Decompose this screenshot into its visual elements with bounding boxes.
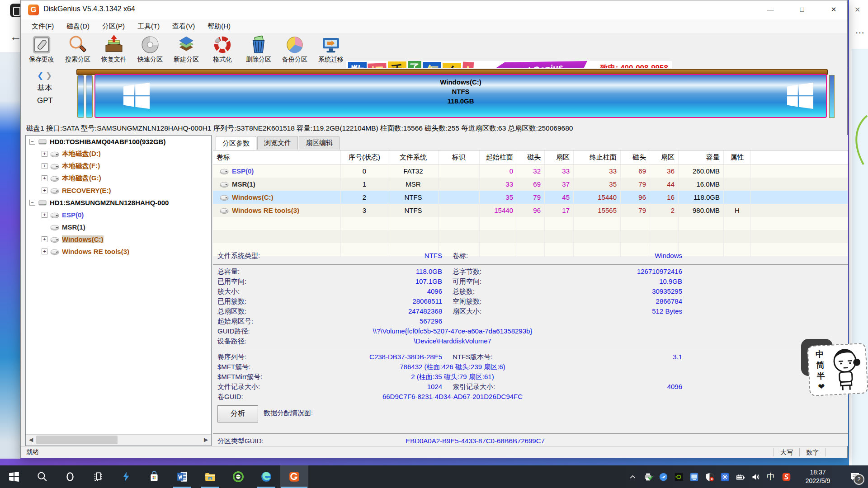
flash-app-button[interactable] (112, 465, 140, 488)
taskbar-clock[interactable]: 18:37 2022/5/9 (794, 465, 842, 488)
column-header[interactable]: 磁头 (517, 150, 545, 164)
collapse-icon[interactable]: − (29, 139, 35, 145)
explorer-button[interactable] (196, 465, 224, 488)
menu-item[interactable]: 查看(V) (166, 20, 201, 33)
tree-item[interactable]: +ESP(0) (26, 209, 211, 221)
tab-active[interactable]: 分区参数 (216, 136, 256, 150)
column-header[interactable]: 属性 (724, 150, 751, 164)
column-header[interactable]: 标识 (439, 150, 480, 164)
diskgenius-taskbar-button[interactable] (280, 465, 308, 488)
partition-bar-windows-selected[interactable]: Windows(C:) NTFS 118.0GB (94, 74, 827, 118)
column-header[interactable]: 磁头 (621, 150, 650, 164)
task-view-button[interactable] (84, 465, 112, 488)
column-header[interactable]: 终止柱面 (574, 150, 621, 164)
column-header[interactable]: 扇区 (545, 150, 574, 164)
ime-widget-card[interactable]: 中简半❤ (807, 343, 868, 397)
tab-inactive[interactable]: 浏览文件 (257, 136, 298, 150)
tray-snowflake-icon[interactable] (717, 465, 732, 488)
menu-item[interactable]: 磁盘(D) (60, 20, 96, 33)
backup-partition-button[interactable]: 备份分区 (277, 34, 313, 66)
detail-value: 10.9GB (529, 277, 682, 285)
table-row[interactable]: Windows(C:)2NTFS357945154409616118.0GB (213, 191, 848, 204)
minimize-button[interactable]: — (760, 0, 781, 19)
tree-item[interactable]: MSR(1) (26, 221, 211, 233)
tree-item[interactable]: +本地磁盘(F:) (26, 160, 211, 172)
quick-partition-button[interactable]: 快速分区 (132, 34, 168, 66)
notification-button[interactable]: 2 (842, 465, 868, 488)
browser-360-button[interactable] (224, 465, 252, 488)
tree-item[interactable]: +Windows RE tools(3) (26, 245, 211, 258)
tree-horizontal-scrollbar[interactable]: ◀ ▶ (26, 434, 211, 446)
background-more-icon[interactable]: ⋯ (855, 27, 865, 38)
table-row[interactable]: ESP(0)0FAT3203233336936260.0MB (213, 164, 848, 178)
table-row[interactable]: Windows RE tools(3)3NTFS1544096171556579… (213, 204, 848, 217)
menu-item[interactable]: 分区(P) (96, 20, 131, 33)
prev-disk-icon[interactable]: ❮ (37, 71, 43, 80)
search-button[interactable] (28, 465, 56, 488)
word-button[interactable] (168, 465, 196, 488)
scrollbar-thumb[interactable] (36, 436, 118, 444)
expand-icon[interactable]: + (42, 175, 47, 181)
tray-defender-icon[interactable] (702, 465, 717, 488)
tab-inactive[interactable]: 扇区编辑 (299, 136, 340, 150)
search-partition-button[interactable]: 搜索分区 (60, 34, 96, 66)
tree-item[interactable]: +RECOVERY(E:) (26, 184, 211, 197)
tree-item[interactable]: −HD1:SAMSUNGMZNLN128HAHQ-000 (26, 197, 211, 209)
expand-icon[interactable]: + (42, 249, 47, 254)
new-partition-button[interactable]: 新建分区 (168, 34, 204, 66)
tree-item[interactable]: −HD0:TOSHIBAMQ04ABF100(932GB) (26, 136, 211, 148)
cortana-button[interactable] (56, 465, 84, 488)
edge-button[interactable] (252, 465, 280, 488)
menu-item[interactable]: 工具(T) (131, 20, 166, 33)
tray-expand-button[interactable] (625, 465, 640, 488)
table-row[interactable]: MSR(1)1MSR33693735794416.0MB (213, 178, 848, 191)
tray-ime-indicator[interactable]: 中 (763, 465, 778, 488)
tray-battery-icon[interactable] (732, 465, 748, 488)
tray-messenger-icon[interactable] (656, 465, 671, 488)
expand-icon[interactable]: + (42, 212, 47, 218)
analyze-button[interactable]: 分析 (217, 405, 258, 422)
maximize-button[interactable]: □ (792, 0, 812, 19)
partition-bar-esp[interactable] (77, 75, 84, 118)
detail-value: Windows (529, 252, 682, 259)
menu-item[interactable]: 文件(F) (25, 20, 60, 33)
recover-files-button[interactable]: 恢复文件 (96, 34, 132, 66)
partition-bar-msr[interactable] (86, 75, 93, 118)
column-header[interactable]: 卷标 (213, 150, 341, 164)
close-button[interactable]: ✕ (823, 0, 844, 19)
disk-map-scroll[interactable] (829, 75, 835, 118)
table-cell: 15440 (574, 191, 621, 204)
menu-item[interactable]: 帮助(H) (201, 20, 237, 33)
expand-icon[interactable]: + (42, 188, 47, 193)
expand-icon[interactable]: + (42, 236, 47, 242)
expand-icon[interactable]: + (42, 151, 47, 157)
quick-partition-icon (140, 35, 160, 55)
start-button[interactable] (0, 465, 28, 488)
column-header[interactable]: 序号(状态) (341, 150, 388, 164)
tree-item[interactable]: +本地磁盘(G:) (26, 172, 211, 184)
background-close-icon[interactable]: ✕ (854, 5, 860, 14)
system-migrate-button[interactable]: 系统迁移 (313, 34, 349, 66)
store-button[interactable] (140, 465, 168, 488)
next-disk-icon[interactable]: ❯ (46, 71, 52, 80)
tree-item[interactable]: +Windows(C:) (26, 233, 211, 245)
tray-nvidia-icon[interactable] (671, 465, 686, 488)
ime-status-widget[interactable]: 中简半❤ (808, 343, 868, 396)
tray-printer-icon[interactable] (640, 465, 656, 488)
detail-label: 总容量: (217, 267, 240, 276)
tray-volume-icon[interactable] (748, 465, 763, 488)
tray-sogou-icon[interactable] (778, 465, 794, 488)
scroll-right-icon[interactable]: ▶ (201, 435, 211, 445)
format-button[interactable]: 格式化 (204, 34, 241, 66)
column-header[interactable]: 文件系统 (388, 150, 439, 164)
expand-icon[interactable]: + (42, 163, 47, 169)
save-changes-button[interactable]: 保存更改 (24, 34, 60, 66)
column-header[interactable]: 起始柱面 (480, 150, 517, 164)
tray-intel-graphics-icon[interactable] (686, 465, 702, 488)
column-header[interactable]: 扇区 (650, 150, 679, 164)
tree-item[interactable]: +本地磁盘(D:) (26, 148, 211, 160)
column-header[interactable]: 容量 (679, 150, 724, 164)
scroll-left-icon[interactable]: ◀ (26, 435, 36, 445)
delete-partition-button[interactable]: 删除分区 (241, 34, 277, 66)
collapse-icon[interactable]: − (29, 200, 35, 206)
